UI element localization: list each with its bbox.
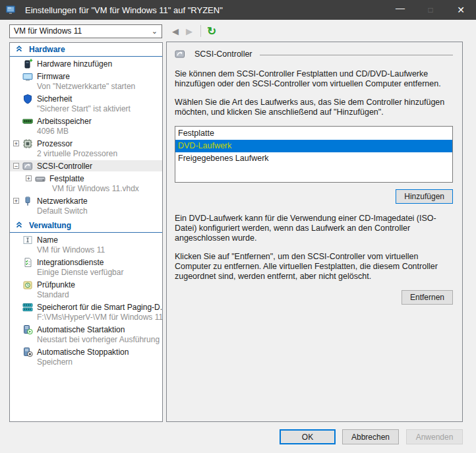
sidebar-sub-name: VM für Windows 11 [10, 245, 162, 255]
sidebar-sub-auto-stop: Speichern [10, 357, 162, 367]
refresh-icon[interactable]: ↻ [207, 26, 216, 37]
sidebar-item-memory[interactable]: Arbeitsspeicher [10, 115, 162, 127]
app-icon [5, 5, 16, 15]
shield-icon [22, 94, 33, 104]
sidebar-sub-smart-paging: F:\VMs\HyperV-\VM für Windows 11 [10, 313, 162, 322]
auto-start-icon [22, 324, 33, 335]
panel-intro-text: Sie können dem SCSI-Controller Festplatt… [175, 69, 453, 89]
vm-settings-window: Einstellungen für "VM für Windows 11" au… [0, 0, 476, 453]
minimize-button[interactable]: — [385, 0, 415, 20]
remove-note-text: Klicken Sie auf "Entfernen", um den SCSI… [175, 252, 453, 282]
add-button-row: Hinzufügen [175, 189, 453, 204]
close-button[interactable]: ✕ [446, 0, 476, 20]
sidebar-sub-checkpoints: Standard [10, 290, 162, 300]
dvd-note-text: Ein DVD-Laufwerk kann für die Verwendung… [175, 214, 453, 243]
sidebar-item-auto-start[interactable]: Automatische Startaktion [10, 324, 162, 335]
memory-icon [22, 116, 33, 127]
scsi-controller-icon [22, 161, 33, 171]
sidebar-item-processor[interactable]: + Prozessor [10, 138, 162, 149]
sidebar-item-harddisk[interactable]: + Festplatte [10, 173, 162, 184]
smart-paging-icon [22, 302, 33, 313]
integration-services-icon [22, 257, 33, 268]
add-button[interactable]: Hinzufügen [396, 189, 453, 204]
cancel-button[interactable]: Abbrechen [342, 429, 399, 444]
window-title: Einstellungen für "VM für Windows 11" au… [25, 5, 223, 15]
listbox-item-festplatte[interactable]: Festplatte [175, 127, 452, 140]
sidebar-item-security[interactable]: Sicherheit [10, 93, 162, 104]
panel-choose-text: Wählen Sie die Art des Laufwerks aus, da… [175, 98, 453, 117]
sidebar-item-smart-paging[interactable]: Speicherort für die Smart Paging-D... [10, 301, 162, 313]
sidebar-sub-harddisk: VM für Windows 11.vhdx [10, 184, 162, 194]
checkpoints-icon [22, 280, 33, 290]
remove-button-row: Entfernen [175, 290, 453, 305]
sidebar-sub-processor: 2 virtuelle Prozessoren [10, 149, 162, 159]
auto-stop-icon [22, 347, 33, 357]
sidebar-sub-network-adapter: Default Switch [10, 206, 162, 216]
sidebar-tree: Hardware Hardware hinzufügen Firmware Vo… [9, 42, 163, 422]
sidebar-item-add-hardware[interactable]: Hardware hinzufügen [10, 58, 162, 69]
titlebar: Einstellungen für "VM für Windows 11" au… [0, 0, 476, 20]
sidebar-item-auto-stop[interactable]: Automatische Stoppaktion [10, 346, 162, 357]
sidebar-sub-auto-start: Neustart bei vorheriger Ausführung [10, 335, 162, 345]
sidebar-sub-integration-services: Einige Dienste verfügbar [10, 268, 162, 278]
apply-button: Anwenden [406, 429, 463, 444]
nav-back-button: ◀ [172, 26, 179, 36]
expand-icon[interactable]: + [13, 198, 19, 204]
section-management-label: Verwaltung [29, 221, 71, 230]
scsi-controller-icon [175, 49, 185, 59]
add-hardware-icon [22, 59, 33, 69]
sidebar-item-integration-services[interactable]: Integrationsdienste [10, 257, 162, 268]
panel-header: SCSI-Controller [175, 49, 453, 59]
section-hardware[interactable]: Hardware [10, 43, 162, 57]
collapse-expander-icon[interactable]: − [13, 163, 19, 169]
sidebar-sub-memory: 4096 MB [10, 127, 162, 136]
expand-icon[interactable]: + [13, 140, 19, 146]
processor-icon [22, 138, 33, 149]
harddisk-icon [35, 173, 45, 184]
collapse-chevron-icon [16, 221, 22, 230]
listbox-item-dvd-laufwerk[interactable]: DVD-Laufwerk [175, 140, 452, 152]
sidebar-sub-firmware: Von "Netzwerkkarte" starten [10, 82, 162, 92]
chevron-down-icon: ⌄ [152, 27, 158, 36]
scsi-controller-panel: SCSI-Controller Sie können dem SCSI-Cont… [166, 42, 463, 422]
sidebar-item-checkpoints[interactable]: Prüfpunkte [10, 279, 162, 290]
sidebar-item-network-adapter[interactable]: + Netzwerkkarte [10, 195, 162, 206]
vm-selector[interactable]: VM für Windows 11 ⌄ [9, 24, 162, 38]
collapse-chevron-icon [16, 45, 22, 54]
ok-button[interactable]: OK [280, 429, 336, 444]
section-management[interactable]: Verwaltung [10, 219, 162, 233]
name-icon [22, 235, 33, 245]
sidebar-item-firmware[interactable]: Firmware [10, 71, 162, 82]
sidebar-sub-security: "Sicherer Start" ist aktiviert [10, 104, 162, 114]
remove-button[interactable]: Entfernen [402, 290, 453, 305]
network-adapter-icon [22, 196, 33, 206]
toolbar: VM für Windows 11 ⌄ ◀ ▶ ↻ [0, 20, 476, 42]
nav-forward-button: ▶ [186, 26, 193, 36]
listbox-item-freigegebenes-laufwerk[interactable]: Freigegebenes Laufwerk [175, 152, 452, 165]
sidebar-item-scsi-controller[interactable]: − SCSI-Controller [10, 160, 162, 171]
expand-icon[interactable]: + [26, 175, 32, 181]
drive-type-listbox: Festplatte DVD-Laufwerk Freigegebenes La… [175, 126, 453, 183]
header-rule [260, 55, 453, 55]
dialog-footer: OK Abbrechen Anwenden [0, 424, 476, 453]
firmware-icon [22, 71, 33, 82]
window-controls: — □ ✕ [385, 0, 476, 20]
maximize-button: □ [415, 0, 446, 20]
sidebar-item-name[interactable]: Name [10, 234, 162, 245]
vm-selector-value: VM für Windows 11 [14, 26, 82, 36]
toolbar-separator [200, 25, 201, 37]
section-hardware-label: Hardware [29, 45, 65, 54]
panel-title: SCSI-Controller [194, 49, 253, 59]
